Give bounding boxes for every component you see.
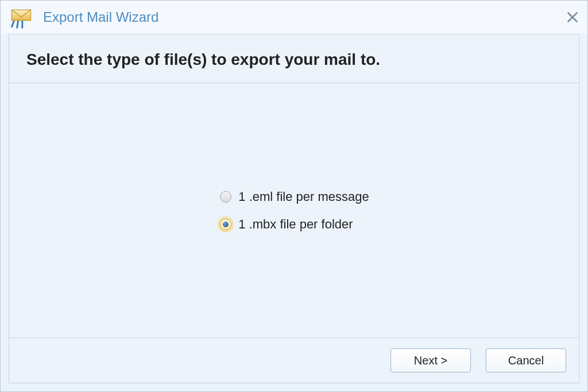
option-mbx[interactable]: 1 .mbx file per folder xyxy=(219,217,369,232)
close-icon[interactable] xyxy=(563,8,582,26)
page-heading: Select the type of file(s) to export you… xyxy=(26,51,562,69)
window-title: Export Mail Wizard xyxy=(43,9,158,25)
radio-icon xyxy=(219,218,233,231)
wizard-window: Export Mail Wizard Select the type of fi… xyxy=(0,0,588,392)
heading-area: Select the type of file(s) to export you… xyxy=(9,34,579,83)
body-area: 1 .eml file per message 1 .mbx file per … xyxy=(9,83,579,337)
svg-line-1 xyxy=(12,21,14,26)
title-bar: Export Mail Wizard xyxy=(1,1,587,34)
option-eml[interactable]: 1 .eml file per message xyxy=(219,189,369,204)
radio-icon xyxy=(219,190,233,204)
svg-marker-0 xyxy=(12,10,31,20)
next-button[interactable]: Next > xyxy=(390,348,471,372)
export-options: 1 .eml file per message 1 .mbx file per … xyxy=(219,189,369,232)
option-mbx-label: 1 .mbx file per folder xyxy=(238,217,353,232)
option-eml-label: 1 .eml file per message xyxy=(238,189,369,204)
content-panel: Select the type of file(s) to export you… xyxy=(9,34,579,383)
button-bar: Next > Cancel xyxy=(9,337,579,383)
svg-line-2 xyxy=(17,21,18,28)
mail-export-icon xyxy=(9,5,34,30)
cancel-button[interactable]: Cancel xyxy=(486,348,566,372)
